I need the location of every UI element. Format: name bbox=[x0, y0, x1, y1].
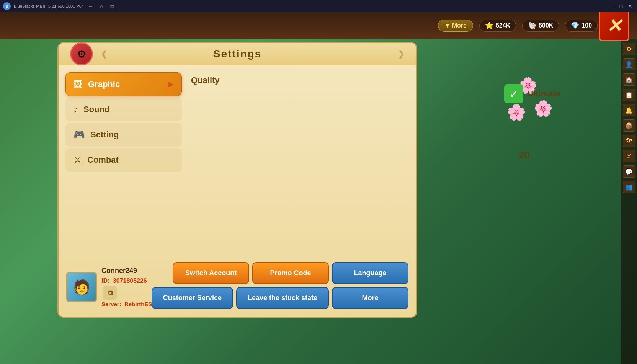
settings-title: Settings bbox=[213, 48, 261, 60]
maximize-button[interactable]: □ bbox=[617, 2, 625, 10]
nav-home-button[interactable]: ⌂ bbox=[98, 2, 105, 10]
nav-back-button[interactable]: ← bbox=[87, 2, 95, 10]
header-arrow-left-icon: ❮ bbox=[101, 49, 108, 59]
language-button[interactable]: Language bbox=[332, 262, 408, 284]
minimize-button[interactable]: — bbox=[608, 2, 616, 10]
sidebar-btn-4[interactable]: 📋 bbox=[623, 89, 635, 101]
star-currency: ⭐ 524K bbox=[479, 20, 516, 32]
top-game-bar: ▼ More ⭐ 524K 🐚 500K 💎 100 🪙 0 ✕ bbox=[0, 12, 637, 39]
btn-row-1: Switch Account Promo Code Language bbox=[173, 262, 408, 284]
nav-item-graphic[interactable]: 🖼 Graphic ▶ bbox=[65, 72, 182, 96]
user-avatar: 🧑 bbox=[66, 272, 97, 302]
checkmark-icon: ✓ bbox=[504, 84, 523, 103]
star-icon: ⭐ bbox=[485, 21, 493, 30]
titlebar-left: B BlueStacks Main 5.21.656.1001 P64 ← ⌂ … bbox=[3, 2, 116, 10]
header-arrow-right-icon: ❯ bbox=[398, 49, 405, 59]
ultimate-badge: ✓ Ultimate bbox=[504, 84, 560, 103]
close-x-icon: ✕ bbox=[606, 15, 622, 36]
btn-row-2: Customer Service Leave the stuck state M… bbox=[152, 287, 408, 309]
nav-pages-button[interactable]: ⧉ bbox=[108, 2, 116, 10]
id-value: 3071805226 bbox=[113, 277, 147, 284]
promo-code-button[interactable]: Promo Code bbox=[252, 262, 329, 284]
number-display: 20 bbox=[519, 149, 530, 161]
shell-icon: 🐚 bbox=[528, 21, 536, 30]
more-label: More bbox=[452, 22, 467, 29]
leave-stuck-state-button[interactable]: Leave the stuck state bbox=[236, 287, 329, 309]
nav-item-sound[interactable]: ♪ Sound bbox=[65, 98, 182, 121]
more-button[interactable]: More bbox=[332, 287, 408, 309]
settings-header: ⚙ ❮ Settings ❯ bbox=[59, 43, 416, 65]
quality-label: Quality bbox=[191, 75, 406, 85]
gem-icon: 💎 bbox=[571, 21, 579, 30]
settings-content: Quality bbox=[185, 69, 412, 175]
sidebar-btn-5[interactable]: 🔔 bbox=[623, 104, 635, 116]
id-label: ID: bbox=[101, 277, 109, 284]
settings-panel: ⚙ ❮ Settings ❯ 🖼 Graphic ▶ ♪ Sound 🎮 Set… bbox=[57, 42, 417, 318]
sidebar-btn-3[interactable]: 🏠 bbox=[623, 73, 635, 86]
bottom-buttons: Switch Account Promo Code Language Custo… bbox=[152, 262, 408, 309]
server-label: Server: bbox=[101, 301, 121, 307]
sidebar-btn-6[interactable]: 📦 bbox=[623, 119, 635, 132]
switch-account-button[interactable]: Switch Account bbox=[173, 262, 249, 284]
sidebar-btn-7[interactable]: 🗺 bbox=[623, 135, 635, 147]
setting-icon: 🎮 bbox=[74, 129, 85, 140]
settings-nav: 🖼 Graphic ▶ ♪ Sound 🎮 Setting ⚔ Combat bbox=[62, 69, 185, 175]
nav-graphic-arrow-icon: ▶ bbox=[168, 80, 174, 88]
titlebar: B BlueStacks Main 5.21.656.1001 P64 ← ⌂ … bbox=[0, 0, 637, 12]
star-value: 524K bbox=[496, 22, 510, 29]
graphic-icon: 🖼 bbox=[74, 79, 83, 90]
customer-service-button[interactable]: Customer Service bbox=[152, 287, 233, 309]
more-arrow-icon: ▼ bbox=[444, 22, 451, 29]
gem-value: 100 bbox=[581, 22, 592, 29]
settings-body: 🖼 Graphic ▶ ♪ Sound 🎮 Setting ⚔ Combat Q… bbox=[59, 65, 416, 179]
sidebar-btn-9[interactable]: 💬 bbox=[623, 165, 635, 178]
gem-currency: 💎 100 bbox=[565, 20, 598, 32]
nav-combat-label: Combat bbox=[87, 155, 119, 165]
nav-graphic-label: Graphic bbox=[88, 79, 120, 89]
game-close-button[interactable]: ✕ bbox=[599, 10, 629, 41]
shell-currency: 🐚 500K bbox=[522, 20, 559, 32]
nav-item-combat[interactable]: ⚔ Combat bbox=[65, 148, 182, 172]
app-version: 5.21.656.1001 P64 bbox=[48, 4, 84, 8]
copy-id-button[interactable]: ⧉ bbox=[103, 286, 117, 300]
ultimate-label: Ultimate bbox=[527, 89, 560, 99]
app-name: BlueStacks Main bbox=[14, 4, 45, 8]
settings-gear-icon: ⚙ bbox=[70, 42, 93, 65]
sidebar-btn-10[interactable]: 👥 bbox=[623, 181, 635, 193]
shell-value: 500K bbox=[539, 22, 553, 29]
nav-item-setting[interactable]: 🎮 Setting bbox=[65, 123, 182, 147]
close-button[interactable]: ✕ bbox=[626, 2, 634, 10]
more-dropdown-button[interactable]: ▼ More bbox=[438, 20, 473, 32]
bluestacks-logo: B bbox=[3, 2, 11, 10]
sound-icon: ♪ bbox=[74, 104, 78, 115]
user-info: 🧑 Conner249 ID: 3071805226 ⧉ Server: Reb… bbox=[66, 265, 160, 309]
nav-setting-label: Setting bbox=[90, 130, 119, 140]
right-sidebar: ⚙ 👤 🏠 📋 🔔 📦 🗺 ⚔ 💬 👥 bbox=[621, 12, 637, 364]
sidebar-btn-8[interactable]: ⚔ bbox=[623, 150, 635, 162]
titlebar-right: — □ ✕ bbox=[608, 2, 634, 10]
nav-sound-label: Sound bbox=[83, 104, 109, 114]
sidebar-btn-2[interactable]: 👤 bbox=[623, 58, 635, 70]
sidebar-btn-1[interactable]: ⚙ bbox=[623, 43, 635, 55]
combat-icon: ⚔ bbox=[74, 155, 82, 165]
